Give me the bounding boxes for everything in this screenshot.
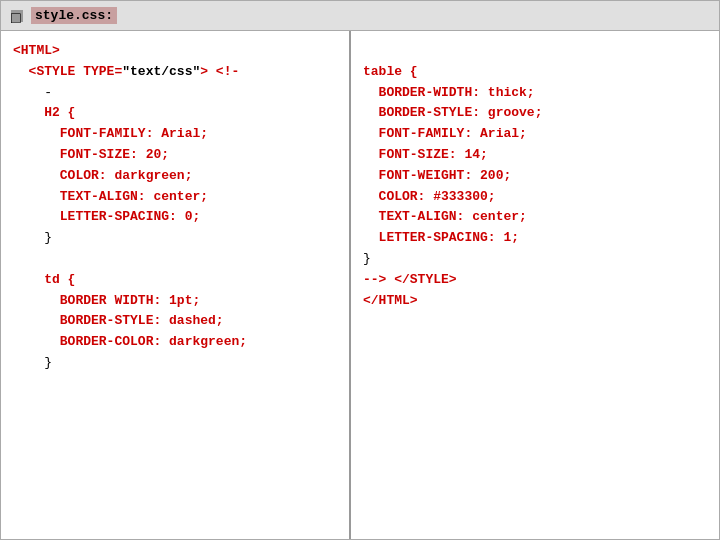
left-code-block: <HTML> <STYLE TYPE="text/css"> <!- - H2 … bbox=[13, 41, 337, 374]
title-bar: □ style.css: bbox=[1, 1, 719, 31]
window-icon: □ bbox=[11, 10, 23, 22]
left-pane[interactable]: <HTML> <STYLE TYPE="text/css"> <!- - H2 … bbox=[1, 31, 351, 539]
filename-label: style.css: bbox=[31, 7, 117, 24]
content-area: <HTML> <STYLE TYPE="text/css"> <!- - H2 … bbox=[1, 31, 719, 539]
right-code-block: table { BORDER-WIDTH: thick; BORDER-STYL… bbox=[363, 41, 707, 311]
right-pane[interactable]: table { BORDER-WIDTH: thick; BORDER-STYL… bbox=[351, 31, 719, 539]
window: □ style.css: <HTML> <STYLE TYPE="text/cs… bbox=[0, 0, 720, 540]
